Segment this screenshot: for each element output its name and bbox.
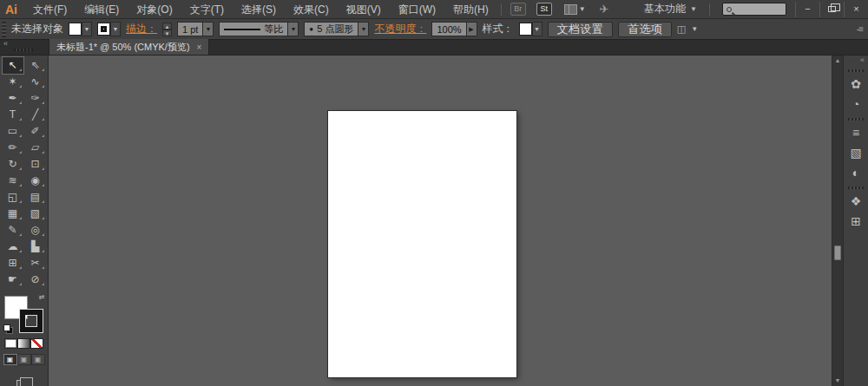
puppet-warp-tool[interactable]: ◉ [25,173,46,189]
direct-selection-tool[interactable]: ⇖ [25,57,46,74]
draw-normal-button[interactable]: ▣ [3,354,17,365]
control-bar-grip[interactable] [2,22,6,37]
stroke-panel-link[interactable]: 描边： [126,22,157,36]
selection-tool[interactable]: ↖ [3,57,23,74]
stroke-width-combo[interactable]: 1 pt ▼ [177,22,214,36]
type-tool[interactable]: T [3,107,23,123]
panel-group-grip[interactable] [848,186,864,189]
fill-color-control[interactable]: ▼ [69,22,92,36]
menu-help[interactable]: 帮助(H) [444,0,497,19]
style-control[interactable]: ▼ [519,22,542,36]
rotate-tool[interactable]: ↻ [3,156,23,173]
document-tab[interactable]: 未标题-1* @ 50% (CMYK/预览) × [49,39,209,55]
scrollbar-thumb[interactable] [834,245,841,260]
perspective-grid-tool[interactable]: ▤ [25,189,46,206]
stroke-panel-icon[interactable]: ≡ [845,123,866,143]
arrange-documents-button[interactable]: ▼ [564,4,586,15]
width-tool[interactable]: ≋ [3,173,23,189]
chevron-down-icon[interactable]: ▼ [691,25,698,33]
lasso-tool[interactable]: ∿ [25,74,46,90]
color-guide-panel-icon[interactable]: ◔ [845,95,866,114]
menu-effect[interactable]: 效果(C) [285,0,338,19]
eraser-tool[interactable]: ▱ [25,140,46,156]
search-box[interactable] [722,3,786,16]
eyedropper-tool[interactable]: ✎ [3,222,23,239]
menu-object[interactable]: 对象(O) [128,0,181,19]
minimize-button[interactable]: − [795,2,819,17]
symbol-sprayer-tool[interactable]: ☁ [3,239,23,255]
menu-view[interactable]: 视图(V) [338,0,390,19]
tools-panel-grip[interactable] [14,49,33,51]
fill-dropdown-button[interactable]: ▼ [82,22,92,36]
mesh-tool[interactable]: ▦ [3,206,23,222]
color-panel-icon[interactable]: ✿ [845,75,866,95]
panel-group-grip[interactable] [848,118,864,121]
draw-inside-button[interactable]: ▣ [31,354,45,365]
stepper-down-icon[interactable]: ▼ [162,29,172,36]
free-transform-tool[interactable]: ⊡ [25,156,46,173]
workspace-switcher[interactable]: 基本功能 ▼ [635,2,706,16]
stock-icon[interactable]: St [536,3,552,16]
color-button[interactable] [4,338,17,349]
menu-file[interactable]: 文件(F) [24,0,76,19]
slice-tool[interactable]: ✂ [25,255,46,272]
transparency-panel-icon[interactable]: ◐ [845,163,866,183]
bridge-icon[interactable]: Br [510,3,526,16]
opacity-field[interactable]: 100% ▶ [431,22,477,36]
line-segment-tool[interactable]: ╱ [25,107,46,123]
gradient-tool[interactable]: ▧ [25,206,46,222]
stroke-color-control[interactable]: ▼ [97,22,121,36]
menu-window[interactable]: 窗口(W) [390,0,444,19]
draw-behind-button[interactable]: ▣ [17,354,31,365]
layers-panel-icon[interactable]: ❖ [845,192,866,212]
style-dropdown-button[interactable]: ▼ [532,22,542,36]
cs-live-icon[interactable]: ✈ [600,3,609,16]
scroll-up-icon[interactable]: ▲ [832,56,843,66]
vertical-scrollbar[interactable]: ▲ ▼ [832,56,844,386]
chevron-down-icon[interactable]: ▼ [287,23,298,36]
close-tab-icon[interactable]: × [197,43,202,52]
brush-definition-combo[interactable]: ●5 点圆形 ▼ [304,22,369,36]
width-profile-combo[interactable]: 等比 ▼ [219,22,299,36]
shape-builder-tool[interactable]: ◱ [3,189,23,206]
pen-tool[interactable]: ✒ [3,90,23,107]
restore-button[interactable] [819,2,844,17]
search-input[interactable] [735,4,780,15]
magic-wand-tool[interactable]: ✶ [3,74,23,90]
chevron-down-icon[interactable]: ▼ [358,23,368,36]
stroke-swatch[interactable] [97,23,110,36]
none-button[interactable] [30,338,43,349]
artboard-tool[interactable]: ⊞ [3,255,23,272]
align-options-icon[interactable]: ◫ [677,23,686,35]
style-swatch[interactable] [519,23,532,36]
fill-swatch[interactable] [69,23,82,36]
preferences-button[interactable]: 首选项 [618,22,672,37]
swap-fill-stroke-icon[interactable]: ⇄ [39,293,45,301]
change-screen-mode-button[interactable] [14,376,35,386]
rectangle-tool[interactable]: ▭ [3,123,23,140]
stroke-dropdown-button[interactable]: ▼ [110,22,121,36]
stroke-width-stepper[interactable]: ▲▼ [162,23,172,36]
default-fill-stroke-icon[interactable] [3,324,13,333]
control-panel-menu-icon[interactable]: -≡ [857,24,863,34]
stroke-color-box[interactable] [20,310,43,332]
blend-tool[interactable]: ◎ [25,222,46,239]
document-setup-button[interactable]: 文档设置 [548,22,613,37]
gradient-panel-icon[interactable]: ▧ [845,143,866,163]
collapse-tools-icon[interactable]: « [3,40,8,47]
curvature-tool[interactable]: ✑ [25,90,46,107]
menu-type[interactable]: 文字(T) [181,0,233,19]
zoom-tool[interactable]: ⊘ [25,272,46,288]
panel-group-grip[interactable] [848,69,864,72]
expand-panels-icon[interactable]: « [844,56,868,66]
hand-tool[interactable]: ☛ [3,272,23,288]
artboard[interactable] [328,111,516,377]
chevron-down-icon[interactable]: ▼ [202,23,213,36]
menu-select[interactable]: 选择(S) [233,0,285,19]
canvas-area[interactable] [49,56,832,386]
menu-edit[interactable]: 编辑(E) [76,0,128,19]
paintbrush-tool[interactable]: ✐ [25,123,46,140]
gradient-button[interactable] [17,338,30,349]
chevron-right-icon[interactable]: ▶ [466,23,477,36]
pencil-tool[interactable]: ✏ [3,140,23,156]
